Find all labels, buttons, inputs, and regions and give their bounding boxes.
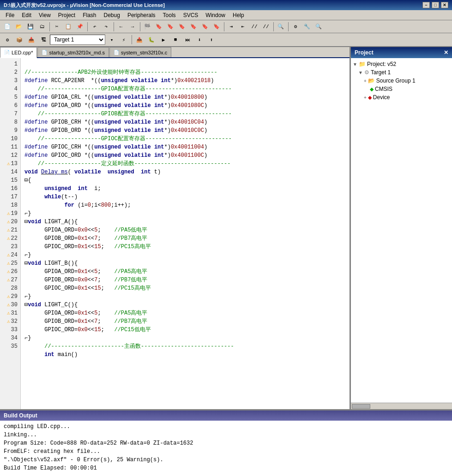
target-options-button[interactable]: ⚙ xyxy=(2,34,13,45)
indent-button[interactable]: ⇥ xyxy=(226,21,237,32)
manage-button[interactable]: 📦 xyxy=(14,34,25,45)
tab-bar: 📄 LED.cpp* 📄 startup_stm32f10x_md.s 📄 sy… xyxy=(0,47,350,58)
menu-debug[interactable]: Debug xyxy=(100,11,124,19)
source-group-label: Source Group 1 xyxy=(376,77,416,84)
menu-flash[interactable]: Flash xyxy=(79,11,100,19)
bookmark2-button[interactable]: 🔖 xyxy=(153,21,164,32)
maximize-button[interactable]: □ xyxy=(432,2,439,8)
line-numbers: 1 2 3 4 5 6 7 8 9 10 11 12 ⚠13 14 15 16 xyxy=(0,58,21,409)
stop-button[interactable]: ■ xyxy=(170,34,181,45)
tools2-button[interactable]: 🔧 xyxy=(301,21,313,32)
ln-3: 3 xyxy=(0,77,20,85)
forward-button[interactable]: → xyxy=(127,21,138,32)
project-folder-icon: 📁 xyxy=(359,61,366,67)
code-area[interactable]: 1 2 3 4 5 6 7 8 9 10 11 12 ⚠13 14 15 16 xyxy=(0,58,350,409)
ln-25: ⚠25 xyxy=(0,259,20,268)
save-button[interactable]: 💾 xyxy=(25,21,36,32)
tab-led-icon: 📄 xyxy=(4,50,10,55)
menu-view[interactable]: View xyxy=(35,11,54,19)
bookmark7-button[interactable]: 🔖 xyxy=(211,21,222,32)
ln-2: 2 xyxy=(0,68,20,77)
undo-button[interactable]: ↶ xyxy=(89,21,100,32)
step-out-button[interactable]: ⬆ xyxy=(206,34,217,45)
find-button[interactable]: 🔍 xyxy=(275,21,286,32)
source-folder-icon: 📂 xyxy=(368,77,375,84)
project-panel-title: Project ✕ xyxy=(351,47,452,58)
build-title: Build Output xyxy=(0,411,452,421)
magic-wand-button[interactable]: ⚡ xyxy=(118,34,129,45)
project-label: Project: v52 xyxy=(367,61,396,67)
paste-button[interactable]: 📌 xyxy=(74,21,85,32)
menu-file[interactable]: File xyxy=(2,11,18,19)
ln-26: ⚠26 xyxy=(0,268,20,276)
new-file-button[interactable]: 📄 xyxy=(2,21,13,32)
sep2 xyxy=(86,21,89,32)
bookmark1-button[interactable]: 🏁 xyxy=(142,21,153,32)
ln-9: 9 xyxy=(0,126,20,135)
menu-window[interactable]: Window xyxy=(202,11,229,19)
load-button[interactable]: 📤 xyxy=(134,34,145,45)
close-button[interactable]: ✕ xyxy=(441,2,448,8)
menu-peripherals[interactable]: Peripherals xyxy=(124,11,159,19)
project-tree[interactable]: ▼ 📁 Project: v52 ▼ ⚙ Target 1 + 📂 Source… xyxy=(351,58,452,403)
save-all-button[interactable]: 🗂 xyxy=(36,21,48,32)
menu-edit[interactable]: Edit xyxy=(18,11,35,19)
menu-help[interactable]: Help xyxy=(229,11,248,19)
ln-14: 14 xyxy=(0,168,20,176)
back-button[interactable]: ← xyxy=(115,21,127,32)
menu-project[interactable]: Project xyxy=(54,11,79,19)
build-line-5: ".\Objects\v52.axf" - 0 Error(s), 25 War… xyxy=(4,456,448,464)
uncomment-button[interactable]: // xyxy=(260,21,271,32)
tab-led-cpp[interactable]: 📄 LED.cpp* xyxy=(0,47,37,58)
ln-21: ⚠21 xyxy=(0,226,20,234)
step-into-button[interactable]: ⬇ xyxy=(194,34,205,45)
ln-22: ⚠22 xyxy=(0,234,20,243)
run-button[interactable]: ▶ xyxy=(158,34,169,45)
minimize-button[interactable]: − xyxy=(422,2,430,8)
code-content[interactable]: //--------------APB2外设使能时钟寄存器-----------… xyxy=(21,58,350,409)
tab-startup[interactable]: 📄 startup_stm32f10x_md.s xyxy=(37,47,108,57)
sep8 xyxy=(130,34,133,45)
ln-30: ⚠30 xyxy=(0,301,20,309)
build-button[interactable]: 🏗 xyxy=(38,34,49,45)
bookmark6-button[interactable]: 🔖 xyxy=(199,21,211,32)
pack-button[interactable]: 📥 xyxy=(26,34,37,45)
tree-source-group-1[interactable]: + 📂 Source Group 1 xyxy=(351,77,452,85)
tree-project-root[interactable]: ▼ 📁 Project: v52 xyxy=(351,60,452,68)
project-panel: Project ✕ ▼ 📁 Project: v52 ▼ ⚙ Target 1 xyxy=(350,47,452,409)
menu-svcs[interactable]: SVCS xyxy=(180,11,202,19)
debug-start-button[interactable]: 🐛 xyxy=(146,34,157,45)
ln-6: 6 xyxy=(0,101,20,110)
bookmark4-button[interactable]: 🔖 xyxy=(176,21,187,32)
bookmark5-button[interactable]: 🔖 xyxy=(188,21,199,32)
ln-1: 1 xyxy=(0,60,20,68)
project-close-button[interactable]: ✕ xyxy=(444,49,448,56)
tab-system[interactable]: 📄 system_stm32f10x.c xyxy=(109,47,171,57)
bookmark3-button[interactable]: 🔖 xyxy=(165,21,176,32)
search2-button[interactable]: 🔍 xyxy=(313,21,324,32)
ln-5: 5 xyxy=(0,93,20,101)
select-arrow[interactable]: ▾ xyxy=(106,34,117,45)
cut-button[interactable]: ✂ xyxy=(51,21,62,32)
settings-button[interactable]: ⚙ xyxy=(290,21,301,32)
tree-target1[interactable]: ▼ ⚙ Target 1 xyxy=(351,68,452,77)
menu-tools[interactable]: Tools xyxy=(159,11,180,19)
project-hscroll-thumb[interactable] xyxy=(352,404,370,409)
app: D:\嵌入式开发\v52.uvprojx - μVision [Non-Comm… xyxy=(0,0,452,476)
step-over-button[interactable]: ⏭ xyxy=(182,34,193,45)
expand-target-icon: ▼ xyxy=(358,70,363,75)
build-content[interactable]: compiling LED.cpp... linking... Program … xyxy=(0,421,452,476)
copy-button[interactable]: 📋 xyxy=(63,21,74,32)
unindent-button[interactable]: ⇤ xyxy=(237,21,248,32)
project-hscroll[interactable] xyxy=(351,403,452,409)
open-button[interactable]: 📂 xyxy=(13,21,24,32)
target-select[interactable]: Target 1 xyxy=(50,35,105,45)
ln-20: ⚠20 xyxy=(0,218,20,226)
comment-button[interactable]: // xyxy=(249,21,260,32)
redo-button[interactable]: ↷ xyxy=(101,21,112,32)
sep3 xyxy=(112,21,115,32)
tree-cmsis[interactable]: ◆ CMSIS xyxy=(351,85,452,93)
tree-device[interactable]: + ◆ Device xyxy=(351,93,452,101)
sep4 xyxy=(139,21,141,32)
menu-bar: File Edit View Project Flash Debug Perip… xyxy=(0,10,452,20)
